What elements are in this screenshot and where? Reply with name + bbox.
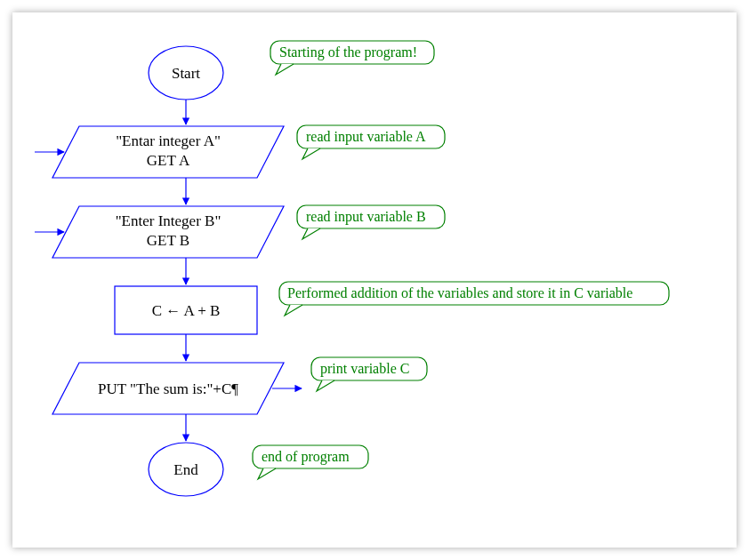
label-end: End (149, 460, 223, 480)
canvas: Start "Entar integer A" GET A "Enter Int… (0, 0, 749, 560)
callout-inputA-text: read input variable A (306, 129, 426, 145)
label-process: C ← A + B (115, 301, 257, 321)
label-inputA: "Entar integer A" GET A (79, 132, 257, 171)
callout-output-text: print variable C (320, 361, 409, 377)
callout-inputB-text: read input variable B (306, 209, 426, 225)
callout-end-text: end of program (262, 449, 350, 465)
callout-start-text: Starting of the program! (279, 44, 417, 60)
callout-process-text: Performed addition of the variables and … (287, 285, 632, 301)
label-start: Start (149, 64, 223, 84)
label-inputB: "Enter Integer B" GET B (79, 212, 257, 251)
flowchart-svg (12, 12, 737, 548)
paper-surface: Start "Entar integer A" GET A "Enter Int… (12, 12, 737, 548)
label-output: PUT "The sum is:"+C¶ (66, 380, 270, 399)
